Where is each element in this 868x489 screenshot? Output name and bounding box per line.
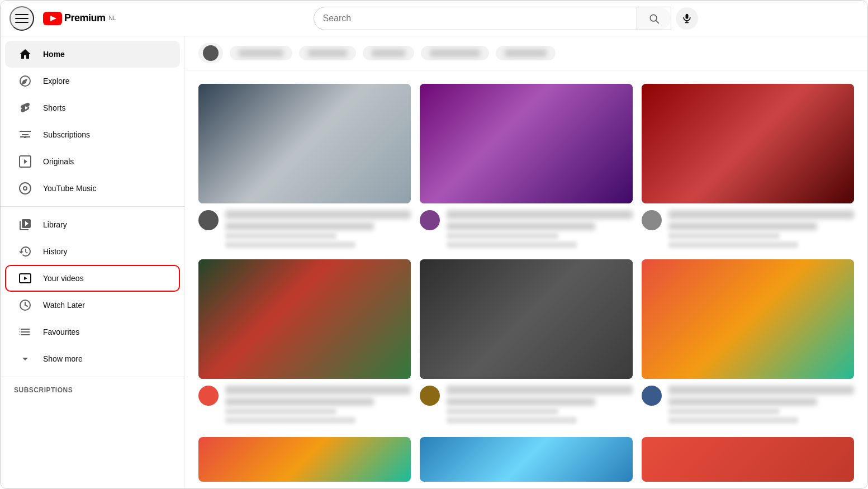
watch-later-icon [18,298,32,312]
library-icon [18,218,32,231]
filter-avatar [203,45,219,61]
sidebar-item-show-more[interactable]: Show more [5,345,180,372]
video-card-9[interactable] [642,437,854,488]
microphone-button[interactable] [676,7,698,30]
video-title-2b [447,222,595,230]
video-title-4b [225,398,374,406]
subscriptions-icon [18,128,32,141]
menu-button[interactable] [10,6,34,31]
video-thumbnail-2 [420,84,632,203]
sidebar-item-home[interactable]: Home [5,41,180,68]
video-thumbnail-3 [642,84,854,203]
sidebar-divider-1 [1,206,184,207]
filter-chip-1[interactable] [230,46,292,60]
video-thumbnail-5 [420,259,632,379]
video-card-6[interactable] [642,259,854,424]
filter-chip-4-label [430,49,480,57]
sidebar-item-subscriptions[interactable]: Subscriptions [5,121,180,148]
video-card-2[interactable] [420,84,632,248]
video-title-3b [668,222,817,230]
video-thumbnail-1 [198,84,411,203]
video-title-5 [447,386,632,395]
channel-avatar-2 [420,210,440,230]
video-meta-1 [225,210,411,248]
video-title-5b [447,398,595,406]
filter-row [185,36,867,70]
video-grid-row2 [185,437,867,488]
sidebar-item-library[interactable]: Library [5,211,180,238]
video-stats-3 [668,241,799,248]
header-center [153,7,858,30]
sidebar-item-your-videos[interactable]: Your videos [5,265,180,292]
video-channel-2 [447,232,558,239]
sidebar-item-home-label: Home [43,50,65,59]
filter-chip-4[interactable] [421,46,489,60]
subscriptions-section-title: SUBSCRIPTIONS [1,382,184,398]
video-stats-5 [447,417,577,424]
channel-avatar-5 [420,386,440,406]
main-layout: Home Explore Shorts [1,36,867,488]
filter-chip-3[interactable] [363,46,414,60]
video-channel-3 [668,232,780,239]
video-title-1 [225,210,411,219]
search-button[interactable] [637,7,671,30]
home-icon [18,48,32,61]
sidebar-item-youtube-music-label: YouTube Music [43,184,96,193]
svg-marker-17 [24,277,27,280]
sidebar-item-history[interactable]: History [5,238,180,265]
search-icon [648,13,660,24]
favourites-icon [18,325,32,339]
video-card-3[interactable] [642,84,854,248]
channel-avatar-1 [198,210,219,230]
video-thumbnail-7 [198,437,411,482]
video-info-5 [420,386,632,424]
video-card-1[interactable] [198,84,411,248]
filter-chip-5-label [505,49,547,57]
video-card-5[interactable] [420,259,632,424]
sidebar-item-youtube-music[interactable]: YouTube Music [5,175,180,202]
shorts-icon [18,101,32,115]
your-videos-icon [18,272,32,285]
sidebar: Home Explore Shorts [1,36,185,488]
video-meta-4 [225,386,411,424]
filter-chip-3-label [372,49,405,57]
sidebar-item-explore[interactable]: Explore [5,68,180,94]
video-card-4[interactable] [198,259,411,424]
search-bar [314,7,671,30]
video-info-4 [198,386,411,424]
video-title-2 [447,210,632,219]
video-title-6b [668,398,817,406]
svg-rect-1 [15,18,29,19]
filter-chip-avatar[interactable] [198,43,223,63]
video-title-4 [225,386,411,395]
filter-chip-5[interactable] [496,46,556,60]
sidebar-item-show-more-label: Show more [43,354,83,363]
search-input[interactable] [314,9,637,28]
video-title-1b [225,222,374,230]
sidebar-item-favourites-label: Favourites [43,327,79,336]
sidebar-item-originals[interactable]: Originals [5,148,180,175]
video-card-8[interactable] [420,437,632,488]
video-card-7[interactable] [198,437,411,488]
header: PremiumNL [1,1,867,36]
sidebar-item-originals-label: Originals [43,157,74,166]
explore-icon [18,74,32,88]
sidebar-item-favourites[interactable]: Favourites [5,319,180,345]
video-meta-2 [447,210,632,248]
video-info-1 [198,210,411,248]
channel-avatar-6 [642,386,662,406]
video-channel-4 [225,408,336,415]
filter-chip-2[interactable] [299,46,356,60]
sidebar-item-shorts[interactable]: Shorts [5,94,180,121]
video-stats-6 [668,417,799,424]
sidebar-item-your-videos-label: Your videos [43,274,84,283]
sidebar-item-watch-later[interactable]: Watch Later [5,292,180,319]
video-thumbnail-4 [198,259,411,379]
music-icon [18,182,32,195]
svg-rect-2 [15,22,29,23]
logo-link[interactable]: PremiumNL [43,12,116,25]
sidebar-item-watch-later-label: Watch Later [43,301,85,310]
video-thumbnail-8 [420,437,632,482]
video-info-2 [420,210,632,248]
video-info-6 [642,386,854,424]
